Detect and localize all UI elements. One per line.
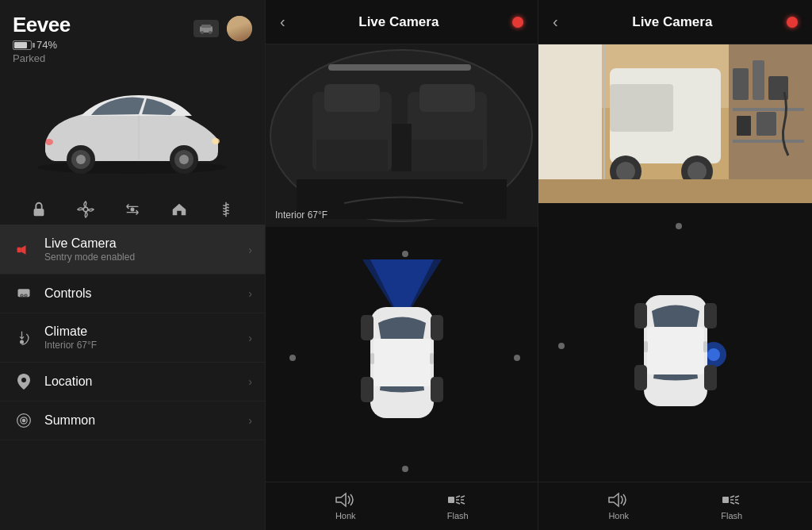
svg-point-4 — [37, 161, 228, 174]
middle-panel: ‹ Live Camera Interi — [265, 0, 538, 530]
quick-actions — [0, 191, 265, 225]
camera-icon — [13, 242, 35, 258]
right-panel: ‹ Live Camera — [538, 0, 812, 530]
lock-button[interactable] — [24, 198, 54, 221]
svg-rect-73 — [756, 112, 776, 136]
svg-rect-38 — [392, 124, 412, 171]
svg-line-52 — [456, 502, 460, 504]
chevron-right-icon: › — [248, 414, 252, 427]
battery-row: 74% — [13, 39, 71, 51]
svg-line-54 — [461, 496, 465, 497]
flash-label: Flash — [447, 511, 469, 520]
svg-point-29 — [22, 419, 25, 421]
svg-point-22 — [21, 294, 23, 297]
svg-line-51 — [456, 496, 460, 497]
svg-rect-85 — [722, 497, 729, 503]
menu-item-location[interactable]: Location › — [0, 363, 265, 401]
svg-line-91 — [735, 502, 739, 504]
garage-camera-feed[interactable] — [538, 44, 812, 203]
live-camera-text: Live Camera Sentry mode enabled — [44, 236, 248, 263]
right-topview-area — [538, 203, 812, 482]
header-icons — [193, 16, 252, 41]
location-icon — [13, 374, 35, 390]
svg-rect-82 — [704, 365, 717, 390]
svg-point-7 — [76, 155, 86, 164]
svg-rect-45 — [361, 377, 373, 402]
svg-point-10 — [179, 155, 189, 164]
home-button[interactable] — [164, 198, 194, 221]
svg-rect-19 — [17, 247, 21, 252]
menu-list: Live Camera Sentry mode enabled › Contro… — [0, 225, 265, 530]
user-avatar[interactable] — [227, 16, 252, 41]
svg-point-65 — [688, 162, 707, 181]
svg-point-76 — [707, 348, 720, 361]
svg-point-63 — [616, 162, 635, 181]
summon-title: Summon — [44, 413, 248, 428]
garage-camera-image — [538, 44, 812, 203]
flash-icon-right — [721, 492, 743, 508]
chevron-right-icon: › — [248, 244, 252, 256]
summon-text: Summon — [44, 413, 248, 428]
menu-item-summon[interactable]: Summon › — [0, 401, 265, 440]
live-camera-subtitle: Sentry mode enabled — [44, 252, 248, 263]
svg-rect-34 — [324, 84, 380, 112]
car-topview-right-svg — [612, 248, 739, 438]
interior-camera-feed[interactable]: Interior 67°F — [266, 44, 538, 227]
climate-text: Climate Interior 67°F — [44, 325, 248, 351]
flash-label-right: Flash — [721, 511, 742, 520]
flash-button[interactable]: Flash — [446, 492, 469, 520]
menu-item-live-camera[interactable]: Live Camera Sentry mode enabled › — [0, 225, 265, 275]
record-indicator — [512, 17, 523, 28]
record-indicator-right — [787, 17, 798, 28]
back-button-right[interactable]: ‹ — [553, 13, 558, 31]
svg-rect-37 — [412, 140, 483, 171]
honk-icon — [335, 492, 357, 508]
svg-rect-79 — [634, 303, 647, 328]
live-camera-title: Live Camera — [44, 236, 248, 251]
svg-rect-72 — [737, 116, 751, 136]
climate-icon — [13, 330, 35, 346]
svg-point-24 — [25, 294, 27, 297]
svg-point-12 — [212, 138, 220, 144]
back-button[interactable]: ‹ — [280, 13, 285, 31]
svg-rect-67 — [733, 68, 749, 100]
honk-button[interactable]: Honk — [335, 492, 357, 520]
climate-button[interactable] — [211, 198, 241, 221]
car-icon-button[interactable] — [193, 20, 219, 37]
honk-icon-right — [607, 492, 630, 508]
honk-button-right[interactable]: Honk — [607, 492, 630, 520]
svg-rect-40 — [297, 179, 507, 219]
svg-rect-84 — [703, 341, 707, 352]
battery-fill — [14, 42, 27, 48]
svg-rect-74 — [538, 179, 812, 203]
svg-line-88 — [730, 502, 734, 504]
svg-rect-70 — [733, 108, 804, 111]
location-text: Location — [44, 374, 248, 389]
svg-point-13 — [45, 139, 53, 145]
flash-button-right[interactable]: Flash — [721, 492, 743, 520]
climate-subtitle: Interior 67°F — [44, 340, 248, 351]
svg-line-87 — [730, 496, 734, 497]
menu-item-climate[interactable]: Climate Interior 67°F › — [0, 313, 265, 363]
car-header: Eevee 74% Parked — [0, 0, 265, 72]
menu-item-controls[interactable]: Controls › — [0, 275, 265, 313]
svg-point-3 — [209, 31, 212, 34]
middle-topview-area — [266, 227, 538, 482]
fan-button[interactable] — [71, 198, 101, 221]
chevron-right-icon: › — [248, 332, 252, 344]
car-image-area — [0, 72, 265, 191]
svg-rect-44 — [431, 315, 443, 340]
battery-percent: 74% — [36, 39, 57, 51]
svg-rect-81 — [634, 365, 647, 390]
svg-point-25 — [20, 340, 24, 344]
climate-title: Climate — [44, 325, 248, 339]
svg-line-90 — [735, 496, 739, 497]
avatar-face — [227, 16, 252, 41]
recirculate-button[interactable] — [117, 198, 147, 221]
chevron-right-icon: › — [248, 287, 252, 300]
chevron-right-icon: › — [248, 375, 252, 388]
middle-panel-title: Live Camera — [358, 14, 439, 30]
svg-rect-83 — [644, 341, 648, 352]
controls-text: Controls — [44, 286, 248, 301]
svg-rect-43 — [361, 315, 373, 340]
